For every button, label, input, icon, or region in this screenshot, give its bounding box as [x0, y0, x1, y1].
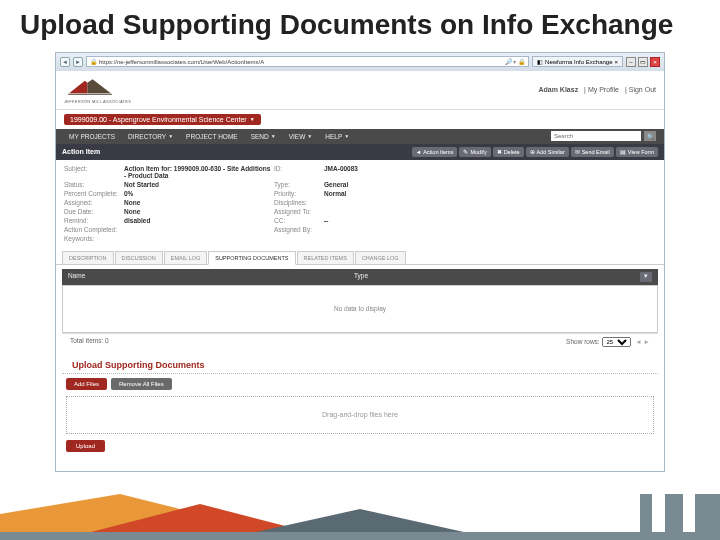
section-actions: ◄ Action Items ✎ Modify ✖ Delete ⊕ Add S… — [412, 147, 658, 157]
subject-label: Subject: — [64, 165, 124, 179]
remind-label: Remind: — [64, 217, 124, 224]
sign-out-link[interactable]: Sign Out — [629, 86, 656, 93]
project-name: 1999009.00 - Aspengrove Environmental Sc… — [70, 116, 247, 123]
close-button[interactable]: × — [650, 57, 660, 67]
svg-rect-8 — [665, 494, 683, 540]
browser-window: ◄ ► 🔒 https://ne-jeffersonmillassociates… — [55, 52, 665, 472]
grid-empty-text: No data to display — [334, 305, 386, 312]
upload-heading: Upload Supporting Documents — [62, 354, 658, 374]
menu-project-home[interactable]: PROJECT HOME — [181, 131, 243, 142]
search-input[interactable] — [551, 131, 641, 141]
priority-label: Priority: — [274, 190, 324, 197]
user-name: Adam Klasz — [538, 86, 578, 93]
user-bar: Adam Klasz | My Profile | Sign Out — [534, 86, 656, 93]
main-menu: MY PROJECTS DIRECTORY▼ PROJECT HOME SEND… — [56, 129, 664, 144]
col-type[interactable]: Type — [354, 272, 640, 282]
project-selector[interactable]: 1999009.00 - Aspengrove Environmental Sc… — [64, 114, 261, 125]
tab-discussion[interactable]: DISCUSSION — [115, 251, 163, 264]
menu-send[interactable]: SEND▼ — [246, 131, 281, 142]
tab-change-log[interactable]: CHANGE LOG — [355, 251, 406, 264]
project-selector-row: 1999009.00 - Aspengrove Environmental Sc… — [56, 110, 664, 129]
forward-button[interactable]: ► — [73, 57, 83, 67]
upload-button-row: Add Files Remove All Files — [56, 374, 664, 394]
disciplines-value — [324, 199, 414, 206]
remove-all-files-button[interactable]: Remove All Files — [111, 378, 172, 390]
svg-marker-1 — [87, 79, 110, 93]
browser-tab[interactable]: ◧ Newforma Info Exchange × — [532, 56, 623, 67]
dropzone-text: Drag-and-drop files here — [322, 411, 398, 418]
add-files-button[interactable]: Add Files — [66, 378, 107, 390]
maximize-button[interactable]: ▭ — [638, 57, 648, 67]
logo-subtitle: JEFFERSON MILL ASSOCIATES — [64, 99, 131, 104]
due-value: None — [124, 208, 274, 215]
tab-email-log[interactable]: EMAIL LOG — [164, 251, 207, 264]
cc-label: CC: — [274, 217, 324, 224]
chevron-down-icon: ▼ — [250, 116, 255, 122]
my-profile-link[interactable]: My Profile — [588, 86, 619, 93]
browser-chrome: ◄ ► 🔒 https://ne-jeffersonmillassociates… — [56, 53, 664, 71]
menu-help[interactable]: HELP▼ — [320, 131, 354, 142]
grid-body: No data to display — [62, 285, 658, 333]
svg-marker-0 — [69, 80, 87, 92]
pct-value: 0% — [124, 190, 274, 197]
menu-directory[interactable]: DIRECTORY▼ — [123, 131, 178, 142]
details-grid: Subject: Action Item for: 1999009.00-630… — [56, 160, 664, 247]
pager-buttons[interactable]: ◄ ► — [635, 338, 650, 345]
col-name[interactable]: Name — [68, 272, 354, 282]
view-form-button[interactable]: ▤ View Form — [616, 147, 658, 157]
action-items-button[interactable]: ◄ Action Items — [412, 147, 458, 157]
assignedby-value — [324, 226, 414, 233]
section-header: Action Item ◄ Action Items ✎ Modify ✖ De… — [56, 144, 664, 160]
add-similar-button[interactable]: ⊕ Add Similar — [526, 147, 569, 157]
assigned-value: None — [124, 199, 274, 206]
lock-icon: 🔒 — [90, 58, 97, 65]
completed-label: Action Completed: — [64, 226, 124, 233]
svg-marker-5 — [220, 509, 500, 540]
keywords-value — [124, 235, 274, 242]
due-label: Due Date: — [64, 208, 124, 215]
tab-related-items[interactable]: RELATED ITEMS — [297, 251, 354, 264]
page-size-select[interactable]: 25 — [602, 337, 631, 347]
address-bar[interactable]: 🔒 https://ne-jeffersonmillassociates.com… — [86, 56, 529, 67]
id-value: JMA-00083 — [324, 165, 414, 179]
menu-my-projects[interactable]: MY PROJECTS — [64, 131, 120, 142]
svg-rect-2 — [68, 93, 112, 94]
keywords-label: Keywords: — [64, 235, 124, 242]
svg-rect-7 — [640, 494, 652, 540]
search-button[interactable]: 🔍 — [644, 131, 656, 141]
type-value: General — [324, 181, 414, 188]
slide-title: Upload Supporting Documents on Info Exch… — [0, 0, 720, 48]
priority-value: Normal — [324, 190, 414, 197]
minimize-button[interactable]: – — [626, 57, 636, 67]
disciplines-label: Disciplines: — [274, 199, 324, 206]
logo-block: JEFFERSON MILL ASSOCIATES — [64, 76, 131, 104]
dropzone[interactable]: Drag-and-drop files here — [66, 396, 654, 434]
grid-header: Name Type ▾ — [62, 269, 658, 285]
upload-button[interactable]: Upload — [66, 440, 105, 452]
url-text: https://ne-jeffersonmillassociates.com/U… — [99, 59, 264, 65]
tab-supporting-documents[interactable]: SUPPORTING DOCUMENTS — [208, 251, 295, 265]
tab-close-icon[interactable]: × — [614, 59, 618, 65]
tab-description[interactable]: DESCRIPTION — [62, 251, 114, 264]
window-controls: – ▭ × — [626, 57, 660, 67]
id-label: ID: — [274, 165, 324, 179]
modify-button[interactable]: ✎ Modify — [459, 147, 490, 157]
assignedto-value — [324, 208, 414, 215]
tab-title: Newforma Info Exchange — [545, 59, 612, 65]
status-label: Status: — [64, 181, 124, 188]
svg-rect-9 — [695, 494, 720, 540]
menu-view[interactable]: VIEW▼ — [284, 131, 318, 142]
subject-value: Action Item for: 1999009.00-630 - Site A… — [124, 165, 274, 179]
grid-expand-icon[interactable]: ▾ — [640, 272, 652, 282]
company-logo — [64, 76, 116, 98]
showrows-label: Show rows: — [566, 338, 600, 345]
completed-value — [124, 226, 274, 233]
status-value: Not Started — [124, 181, 274, 188]
svg-marker-4 — [60, 504, 340, 540]
assigned-label: Assigned: — [64, 199, 124, 206]
delete-button[interactable]: ✖ Delete — [493, 147, 524, 157]
back-button[interactable]: ◄ — [60, 57, 70, 67]
cc-value: -- — [324, 217, 414, 224]
total-items: Total Items: 0 — [70, 337, 109, 347]
send-email-button[interactable]: ✉ Send Email — [571, 147, 614, 157]
